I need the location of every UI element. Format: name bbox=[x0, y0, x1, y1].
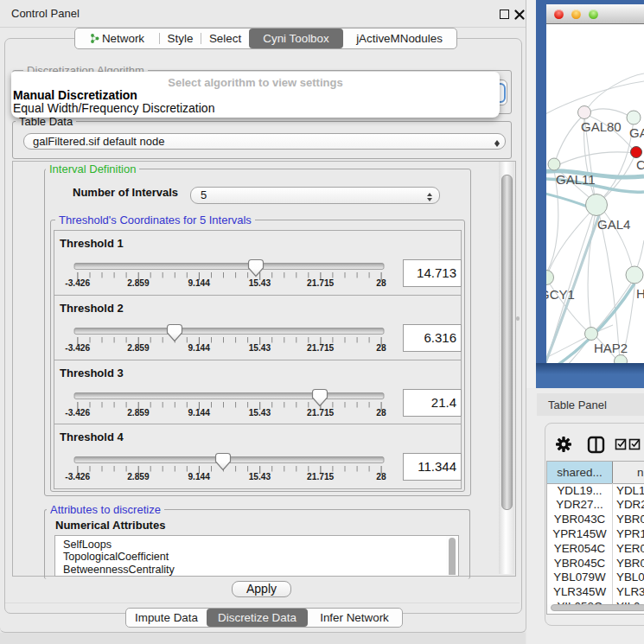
svg-text:H: H bbox=[636, 286, 644, 301]
svg-text:15.43: 15.43 bbox=[249, 343, 271, 353]
svg-text:2.859: 2.859 bbox=[127, 408, 150, 418]
svg-text:HAP2: HAP2 bbox=[594, 341, 628, 355]
svg-text:9.144: 9.144 bbox=[188, 343, 210, 353]
svg-text:28: 28 bbox=[376, 278, 386, 288]
svg-text:C: C bbox=[636, 157, 644, 172]
svg-text:GAL80: GAL80 bbox=[581, 119, 622, 134]
svg-text:2.859: 2.859 bbox=[127, 472, 150, 481]
svg-text:15.43: 15.43 bbox=[249, 408, 271, 418]
svg-text:-3.426: -3.426 bbox=[65, 278, 90, 288]
svg-text:28: 28 bbox=[376, 472, 386, 481]
svg-text:GAL11: GAL11 bbox=[556, 172, 596, 187]
svg-text:21.715: 21.715 bbox=[307, 343, 334, 353]
svg-text:GAL4: GAL4 bbox=[597, 217, 630, 232]
svg-text:15.43: 15.43 bbox=[249, 472, 271, 481]
svg-text:9.144: 9.144 bbox=[188, 408, 210, 418]
svg-text:28: 28 bbox=[376, 408, 386, 418]
svg-text:2.859: 2.859 bbox=[127, 343, 150, 353]
svg-text:2.859: 2.859 bbox=[127, 278, 150, 288]
svg-text:15.43: 15.43 bbox=[249, 278, 271, 288]
svg-text:9.144: 9.144 bbox=[188, 472, 210, 481]
svg-text:GCY1: GCY1 bbox=[546, 287, 575, 302]
svg-text:-3.426: -3.426 bbox=[65, 472, 90, 481]
svg-text:-3.426: -3.426 bbox=[65, 343, 90, 353]
svg-text:-3.426: -3.426 bbox=[65, 408, 90, 418]
svg-text:9.144: 9.144 bbox=[188, 278, 210, 288]
svg-text:21.715: 21.715 bbox=[307, 408, 334, 418]
svg-text:21.715: 21.715 bbox=[307, 472, 334, 481]
svg-text:21.715: 21.715 bbox=[307, 278, 334, 288]
svg-text:28: 28 bbox=[376, 343, 386, 353]
svg-text:GA: GA bbox=[629, 125, 644, 140]
